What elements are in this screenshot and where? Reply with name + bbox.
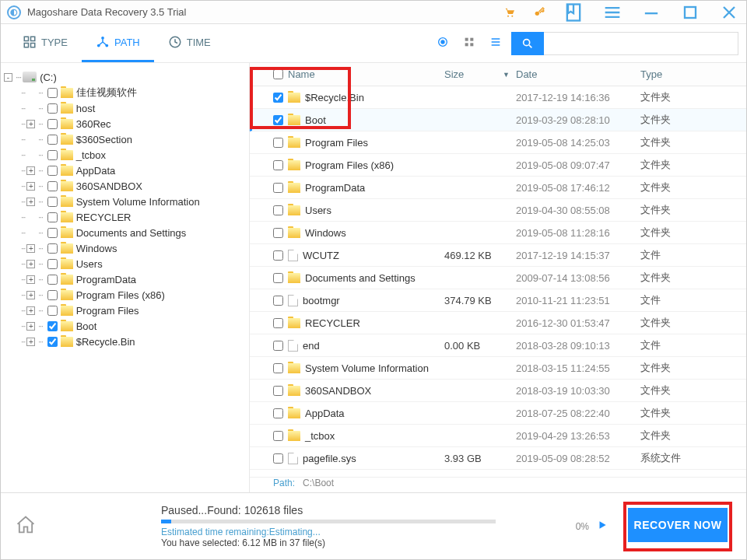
tab-path[interactable]: PATH bbox=[82, 24, 154, 62]
file-row[interactable]: System Volume Information2018-03-15 11:2… bbox=[250, 357, 746, 380]
tree-checkbox[interactable] bbox=[47, 181, 58, 191]
tree-checkbox[interactable] bbox=[47, 259, 58, 269]
expander-icon[interactable]: + bbox=[26, 275, 35, 284]
search-input[interactable] bbox=[544, 32, 738, 55]
tree-checkbox[interactable] bbox=[47, 337, 58, 347]
expander-icon[interactable]: - bbox=[4, 73, 12, 82]
list-view-icon[interactable] bbox=[489, 36, 502, 51]
file-checkbox[interactable] bbox=[273, 386, 283, 396]
file-row[interactable]: bootmgr374.79 KB2010-11-21 11:23:51文件 bbox=[250, 289, 746, 312]
tree-checkbox[interactable] bbox=[47, 103, 58, 114]
tree-checkbox[interactable] bbox=[47, 290, 58, 300]
select-all-checkbox[interactable] bbox=[273, 69, 283, 79]
tree-checkbox[interactable] bbox=[47, 228, 58, 238]
expander-icon[interactable]: + bbox=[26, 244, 35, 253]
file-row[interactable]: RECYCLER2016-12-30 01:53:47文件夹 bbox=[250, 312, 746, 334]
file-row[interactable]: $Recycle.Bin2017-12-19 14:16:36文件夹 bbox=[250, 86, 746, 109]
file-row[interactable]: end0.00 KB2018-03-28 09:10:13文件 bbox=[250, 334, 746, 357]
tree-checkbox[interactable] bbox=[47, 321, 58, 331]
recover-now-button[interactable]: RECOVER NOW bbox=[628, 508, 728, 542]
tree-checkbox[interactable] bbox=[47, 306, 58, 316]
file-row[interactable]: ProgramData2019-05-08 17:46:12文件夹 bbox=[250, 177, 746, 199]
tree-item[interactable]: ···+···Boot bbox=[1, 318, 249, 334]
preview-icon[interactable] bbox=[437, 36, 449, 51]
file-checkbox[interactable] bbox=[273, 273, 283, 283]
tree-item[interactable]: ···+···ProgramData bbox=[1, 271, 249, 287]
expander-icon[interactable]: + bbox=[26, 198, 35, 206]
cart-icon[interactable] bbox=[503, 6, 516, 19]
close-icon[interactable] bbox=[718, 6, 740, 19]
file-checkbox[interactable] bbox=[273, 115, 283, 125]
tree-item[interactable]: ···+···Program Files bbox=[1, 303, 249, 318]
file-checkbox[interactable] bbox=[273, 453, 283, 464]
file-checkbox[interactable] bbox=[273, 296, 283, 306]
maximize-icon[interactable] bbox=[679, 6, 701, 19]
col-name-header[interactable]: Name bbox=[288, 68, 315, 80]
tree-checkbox[interactable] bbox=[47, 88, 58, 98]
tree-checkbox[interactable] bbox=[47, 135, 58, 145]
file-row[interactable]: _tcbox2019-04-29 13:26:53文件夹 bbox=[250, 425, 746, 447]
tree-item[interactable]: ··· ···RECYCLER bbox=[1, 209, 249, 225]
tree-item[interactable]: ··· ···_tcbox bbox=[1, 147, 249, 163]
tab-type[interactable]: TYPE bbox=[9, 24, 82, 62]
file-row[interactable]: AppData2018-07-25 08:22:40文件夹 bbox=[250, 402, 746, 425]
file-checkbox[interactable] bbox=[273, 205, 283, 215]
tree-checkbox[interactable] bbox=[47, 243, 58, 254]
tree-item[interactable]: ···+···360Rec bbox=[1, 116, 249, 131]
expander-icon[interactable]: + bbox=[26, 291, 35, 299]
file-checkbox[interactable] bbox=[273, 138, 283, 148]
tree-item[interactable]: ···+···Users bbox=[1, 256, 249, 271]
tree-checkbox[interactable] bbox=[47, 275, 58, 285]
tree-checkbox[interactable] bbox=[47, 119, 58, 129]
bookmark-icon[interactable] bbox=[563, 6, 584, 19]
file-row[interactable]: Documents and Settings2009-07-14 13:08:5… bbox=[250, 267, 746, 289]
grid-view-icon[interactable] bbox=[463, 36, 475, 51]
col-date-header[interactable]: Date bbox=[516, 68, 537, 80]
expander-icon[interactable]: + bbox=[26, 182, 35, 191]
col-type-header[interactable]: Type bbox=[640, 68, 662, 80]
tree-item[interactable]: ···+···360SANDBOX bbox=[1, 178, 249, 194]
tree-item[interactable]: ··· ···host bbox=[1, 100, 249, 116]
expander-icon[interactable]: + bbox=[26, 120, 35, 128]
file-checkbox[interactable] bbox=[273, 363, 283, 373]
expander-icon[interactable]: + bbox=[26, 306, 35, 315]
file-row[interactable]: Windows2019-05-08 11:28:16文件夹 bbox=[250, 222, 746, 244]
file-row[interactable]: Boot2019-03-29 08:28:10文件夹 bbox=[250, 109, 746, 131]
key-icon[interactable] bbox=[533, 6, 545, 19]
sort-arrow-icon[interactable]: ▼ bbox=[503, 71, 510, 79]
file-checkbox[interactable] bbox=[273, 183, 283, 193]
file-row[interactable]: Users2019-04-30 08:55:08文件夹 bbox=[250, 199, 746, 222]
expander-icon[interactable]: + bbox=[26, 338, 35, 346]
tree-pane[interactable]: -···· (C:) ··· ···佳佳视频软件··· ···host···+·… bbox=[1, 63, 250, 492]
expander-icon[interactable]: + bbox=[26, 322, 35, 331]
minimize-icon[interactable] bbox=[640, 6, 662, 19]
tree-item[interactable]: ···+···Program Files (x86) bbox=[1, 287, 249, 303]
tree-checkbox[interactable] bbox=[47, 212, 58, 222]
tree-checkbox[interactable] bbox=[47, 166, 58, 176]
hamburger-icon[interactable] bbox=[601, 6, 623, 19]
tree-item[interactable]: ···+···AppData bbox=[1, 163, 249, 178]
file-row[interactable]: Program Files2019-05-08 14:25:03文件夹 bbox=[250, 131, 746, 154]
file-row[interactable]: 360SANDBOX2018-03-19 10:03:30文件夹 bbox=[250, 380, 746, 402]
expander-icon[interactable]: + bbox=[26, 260, 35, 268]
file-checkbox[interactable] bbox=[273, 431, 283, 441]
tree-checkbox[interactable] bbox=[47, 150, 58, 160]
tree-item[interactable]: ··· ···$360Section bbox=[1, 131, 249, 147]
file-list[interactable]: $Recycle.Bin2017-12-19 14:16:36文件夹Boot20… bbox=[250, 86, 746, 477]
file-checkbox[interactable] bbox=[273, 250, 283, 261]
tree-item[interactable]: ···+···System Volume Information bbox=[1, 194, 249, 209]
col-size-header[interactable]: Size bbox=[444, 68, 464, 80]
file-row[interactable]: WCUTZ469.12 KB2017-12-19 14:15:37文件 bbox=[250, 244, 746, 267]
file-checkbox[interactable] bbox=[273, 408, 283, 418]
file-checkbox[interactable] bbox=[273, 228, 283, 238]
tree-item[interactable]: ···+···Windows bbox=[1, 240, 249, 256]
file-row[interactable]: Program Files (x86)2019-05-08 09:07:47文件… bbox=[250, 154, 746, 177]
tree-item[interactable]: ··· ···佳佳视频软件 bbox=[1, 85, 249, 100]
search-button[interactable] bbox=[511, 32, 544, 55]
tab-time[interactable]: TIME bbox=[154, 24, 225, 62]
play-button[interactable] bbox=[597, 520, 608, 533]
tree-root-drive[interactable]: -···· (C:) bbox=[1, 69, 249, 85]
file-checkbox[interactable] bbox=[273, 93, 283, 103]
file-checkbox[interactable] bbox=[273, 341, 283, 351]
home-button[interactable] bbox=[15, 514, 37, 538]
